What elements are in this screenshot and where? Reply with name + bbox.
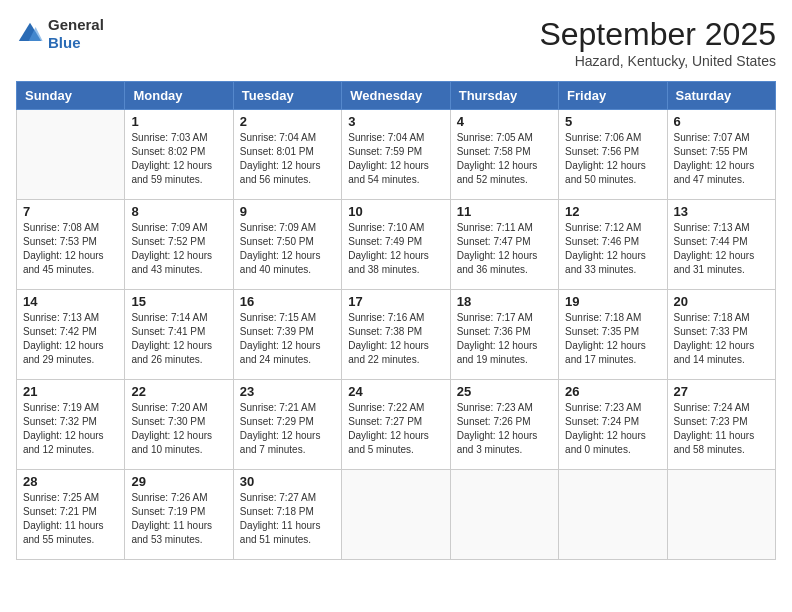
day-number: 20	[674, 294, 769, 309]
calendar-cell: 26Sunrise: 7:23 AM Sunset: 7:24 PM Dayli…	[559, 380, 667, 470]
weekday-header: Monday	[125, 82, 233, 110]
day-number: 27	[674, 384, 769, 399]
calendar-cell: 12Sunrise: 7:12 AM Sunset: 7:46 PM Dayli…	[559, 200, 667, 290]
weekday-header: Thursday	[450, 82, 558, 110]
calendar-cell: 14Sunrise: 7:13 AM Sunset: 7:42 PM Dayli…	[17, 290, 125, 380]
cell-info: Sunrise: 7:09 AM Sunset: 7:50 PM Dayligh…	[240, 221, 335, 277]
cell-info: Sunrise: 7:25 AM Sunset: 7:21 PM Dayligh…	[23, 491, 118, 547]
cell-info: Sunrise: 7:07 AM Sunset: 7:55 PM Dayligh…	[674, 131, 769, 187]
weekday-header: Tuesday	[233, 82, 341, 110]
day-number: 22	[131, 384, 226, 399]
calendar-cell: 4Sunrise: 7:05 AM Sunset: 7:58 PM Daylig…	[450, 110, 558, 200]
logo: General Blue	[16, 16, 104, 52]
location: Hazard, Kentucky, United States	[539, 53, 776, 69]
calendar-cell: 5Sunrise: 7:06 AM Sunset: 7:56 PM Daylig…	[559, 110, 667, 200]
cell-info: Sunrise: 7:18 AM Sunset: 7:33 PM Dayligh…	[674, 311, 769, 367]
calendar-cell: 30Sunrise: 7:27 AM Sunset: 7:18 PM Dayli…	[233, 470, 341, 560]
weekday-header: Sunday	[17, 82, 125, 110]
calendar-cell: 22Sunrise: 7:20 AM Sunset: 7:30 PM Dayli…	[125, 380, 233, 470]
calendar-week-row: 7Sunrise: 7:08 AM Sunset: 7:53 PM Daylig…	[17, 200, 776, 290]
calendar: SundayMondayTuesdayWednesdayThursdayFrid…	[16, 81, 776, 560]
calendar-cell	[559, 470, 667, 560]
calendar-cell	[17, 110, 125, 200]
day-number: 11	[457, 204, 552, 219]
calendar-cell: 11Sunrise: 7:11 AM Sunset: 7:47 PM Dayli…	[450, 200, 558, 290]
day-number: 4	[457, 114, 552, 129]
day-number: 6	[674, 114, 769, 129]
day-number: 18	[457, 294, 552, 309]
calendar-cell	[667, 470, 775, 560]
calendar-cell: 28Sunrise: 7:25 AM Sunset: 7:21 PM Dayli…	[17, 470, 125, 560]
calendar-cell	[342, 470, 450, 560]
weekday-header: Saturday	[667, 82, 775, 110]
day-number: 9	[240, 204, 335, 219]
calendar-week-row: 28Sunrise: 7:25 AM Sunset: 7:21 PM Dayli…	[17, 470, 776, 560]
cell-info: Sunrise: 7:13 AM Sunset: 7:42 PM Dayligh…	[23, 311, 118, 367]
day-number: 23	[240, 384, 335, 399]
day-number: 5	[565, 114, 660, 129]
cell-info: Sunrise: 7:04 AM Sunset: 8:01 PM Dayligh…	[240, 131, 335, 187]
calendar-cell: 18Sunrise: 7:17 AM Sunset: 7:36 PM Dayli…	[450, 290, 558, 380]
cell-info: Sunrise: 7:19 AM Sunset: 7:32 PM Dayligh…	[23, 401, 118, 457]
month-title: September 2025	[539, 16, 776, 53]
day-number: 30	[240, 474, 335, 489]
day-number: 25	[457, 384, 552, 399]
calendar-cell: 24Sunrise: 7:22 AM Sunset: 7:27 PM Dayli…	[342, 380, 450, 470]
cell-info: Sunrise: 7:05 AM Sunset: 7:58 PM Dayligh…	[457, 131, 552, 187]
title-area: September 2025 Hazard, Kentucky, United …	[539, 16, 776, 69]
cell-info: Sunrise: 7:11 AM Sunset: 7:47 PM Dayligh…	[457, 221, 552, 277]
day-number: 8	[131, 204, 226, 219]
calendar-week-row: 1Sunrise: 7:03 AM Sunset: 8:02 PM Daylig…	[17, 110, 776, 200]
cell-info: Sunrise: 7:14 AM Sunset: 7:41 PM Dayligh…	[131, 311, 226, 367]
calendar-body: 1Sunrise: 7:03 AM Sunset: 8:02 PM Daylig…	[17, 110, 776, 560]
calendar-cell: 2Sunrise: 7:04 AM Sunset: 8:01 PM Daylig…	[233, 110, 341, 200]
calendar-week-row: 21Sunrise: 7:19 AM Sunset: 7:32 PM Dayli…	[17, 380, 776, 470]
cell-info: Sunrise: 7:13 AM Sunset: 7:44 PM Dayligh…	[674, 221, 769, 277]
cell-info: Sunrise: 7:06 AM Sunset: 7:56 PM Dayligh…	[565, 131, 660, 187]
calendar-week-row: 14Sunrise: 7:13 AM Sunset: 7:42 PM Dayli…	[17, 290, 776, 380]
cell-info: Sunrise: 7:17 AM Sunset: 7:36 PM Dayligh…	[457, 311, 552, 367]
calendar-cell: 25Sunrise: 7:23 AM Sunset: 7:26 PM Dayli…	[450, 380, 558, 470]
calendar-cell: 20Sunrise: 7:18 AM Sunset: 7:33 PM Dayli…	[667, 290, 775, 380]
calendar-cell: 21Sunrise: 7:19 AM Sunset: 7:32 PM Dayli…	[17, 380, 125, 470]
calendar-cell: 13Sunrise: 7:13 AM Sunset: 7:44 PM Dayli…	[667, 200, 775, 290]
cell-info: Sunrise: 7:16 AM Sunset: 7:38 PM Dayligh…	[348, 311, 443, 367]
calendar-cell: 6Sunrise: 7:07 AM Sunset: 7:55 PM Daylig…	[667, 110, 775, 200]
calendar-cell: 27Sunrise: 7:24 AM Sunset: 7:23 PM Dayli…	[667, 380, 775, 470]
calendar-cell: 8Sunrise: 7:09 AM Sunset: 7:52 PM Daylig…	[125, 200, 233, 290]
day-number: 26	[565, 384, 660, 399]
calendar-cell: 29Sunrise: 7:26 AM Sunset: 7:19 PM Dayli…	[125, 470, 233, 560]
cell-info: Sunrise: 7:03 AM Sunset: 8:02 PM Dayligh…	[131, 131, 226, 187]
day-number: 7	[23, 204, 118, 219]
cell-info: Sunrise: 7:20 AM Sunset: 7:30 PM Dayligh…	[131, 401, 226, 457]
weekday-header: Wednesday	[342, 82, 450, 110]
cell-info: Sunrise: 7:04 AM Sunset: 7:59 PM Dayligh…	[348, 131, 443, 187]
day-number: 28	[23, 474, 118, 489]
logo-icon	[16, 20, 44, 48]
day-number: 12	[565, 204, 660, 219]
cell-info: Sunrise: 7:22 AM Sunset: 7:27 PM Dayligh…	[348, 401, 443, 457]
calendar-cell: 9Sunrise: 7:09 AM Sunset: 7:50 PM Daylig…	[233, 200, 341, 290]
day-number: 2	[240, 114, 335, 129]
calendar-cell: 19Sunrise: 7:18 AM Sunset: 7:35 PM Dayli…	[559, 290, 667, 380]
day-number: 16	[240, 294, 335, 309]
cell-info: Sunrise: 7:27 AM Sunset: 7:18 PM Dayligh…	[240, 491, 335, 547]
cell-info: Sunrise: 7:12 AM Sunset: 7:46 PM Dayligh…	[565, 221, 660, 277]
logo-text: General Blue	[48, 16, 104, 52]
cell-info: Sunrise: 7:26 AM Sunset: 7:19 PM Dayligh…	[131, 491, 226, 547]
weekday-header-row: SundayMondayTuesdayWednesdayThursdayFrid…	[17, 82, 776, 110]
calendar-cell: 10Sunrise: 7:10 AM Sunset: 7:49 PM Dayli…	[342, 200, 450, 290]
day-number: 13	[674, 204, 769, 219]
cell-info: Sunrise: 7:15 AM Sunset: 7:39 PM Dayligh…	[240, 311, 335, 367]
calendar-cell: 16Sunrise: 7:15 AM Sunset: 7:39 PM Dayli…	[233, 290, 341, 380]
day-number: 15	[131, 294, 226, 309]
cell-info: Sunrise: 7:09 AM Sunset: 7:52 PM Dayligh…	[131, 221, 226, 277]
cell-info: Sunrise: 7:23 AM Sunset: 7:26 PM Dayligh…	[457, 401, 552, 457]
calendar-cell	[450, 470, 558, 560]
day-number: 21	[23, 384, 118, 399]
header: General Blue September 2025 Hazard, Kent…	[16, 16, 776, 69]
day-number: 10	[348, 204, 443, 219]
cell-info: Sunrise: 7:08 AM Sunset: 7:53 PM Dayligh…	[23, 221, 118, 277]
calendar-cell: 23Sunrise: 7:21 AM Sunset: 7:29 PM Dayli…	[233, 380, 341, 470]
day-number: 14	[23, 294, 118, 309]
